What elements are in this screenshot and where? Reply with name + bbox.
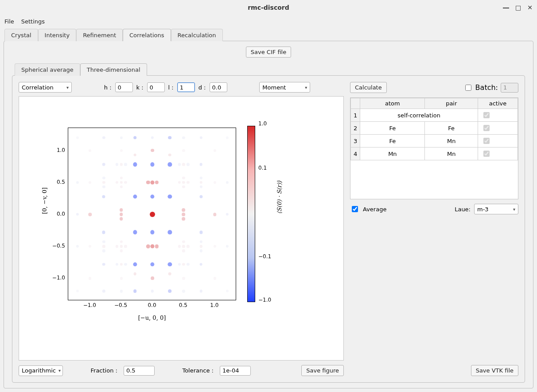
pair-table: atom pair active 1self-correlation2FeFe3…	[350, 97, 518, 199]
window-title: rmc-discord	[248, 4, 289, 11]
y-axis-label: [0, −v, 0]	[41, 187, 48, 214]
k-input[interactable]	[147, 82, 165, 92]
l-label: l :	[168, 84, 174, 91]
col-atom: atom	[360, 98, 425, 109]
d-input[interactable]	[210, 82, 227, 92]
plot-area: 1.00.1−0.1−1.0 ⟨S(0) · S(r)⟩ −1.0−0.50.0…	[19, 96, 344, 361]
fraction-input[interactable]	[124, 366, 155, 376]
table-row[interactable]: 1self-correlation	[351, 109, 518, 122]
chevron-down-icon: ▾	[513, 207, 515, 212]
table-row[interactable]: 4MnMn	[351, 147, 518, 160]
active-checkbox[interactable]	[483, 112, 490, 118]
tab-refinement[interactable]: Refinement	[76, 29, 123, 41]
chevron-down-icon: ▾	[66, 85, 69, 90]
laue-label: Laue:	[455, 206, 471, 213]
scale-combo[interactable]: Logarithmic ▾	[19, 365, 63, 376]
three-d-frame: Correlation ▾ h : k : l : d : Moment	[12, 75, 525, 383]
right-column: Calculate Batch: atom pair active	[350, 82, 518, 376]
correlation-combo[interactable]: Correlation ▾	[19, 82, 72, 93]
save-vtk-button[interactable]: Save VTK file	[471, 365, 518, 376]
tab-crystal[interactable]: Crystal	[4, 29, 38, 41]
active-checkbox[interactable]	[483, 125, 490, 131]
minimize-icon[interactable]: ―	[503, 4, 509, 11]
h-input[interactable]	[115, 82, 133, 92]
sub-tabs: Spherical average Three-dimensional	[12, 63, 525, 75]
batch-input	[501, 83, 518, 93]
average-checkbox[interactable]	[352, 206, 358, 212]
chevron-down-icon: ▾	[305, 85, 307, 90]
batch-label: Batch:	[475, 83, 498, 92]
menu-file[interactable]: File	[4, 18, 14, 25]
tab-correlations[interactable]: Correlations	[123, 29, 171, 41]
moment-combo[interactable]: Moment ▾	[259, 82, 310, 93]
menubar: File Settings	[0, 15, 537, 27]
save-figure-button[interactable]: Save figure	[301, 365, 344, 376]
active-checkbox[interactable]	[483, 151, 490, 157]
colorbar-ticks: 1.00.1−0.1−1.0	[258, 123, 280, 305]
calculate-button[interactable]: Calculate	[350, 82, 387, 93]
tab-recalculation[interactable]: Recalculation	[171, 29, 223, 41]
laue-combo[interactable]: m-3 ▾	[474, 204, 518, 214]
scale-combo-label: Logarithmic	[22, 367, 56, 374]
colorbar	[247, 126, 255, 302]
window: rmc-discord ― □ ✕ File Settings Crystal …	[0, 0, 537, 392]
menu-settings[interactable]: Settings	[21, 18, 45, 25]
subtab-spherical[interactable]: Spherical average	[15, 63, 80, 76]
table-row[interactable]: 3FeMn	[351, 135, 518, 147]
tolerance-input[interactable]	[220, 366, 251, 376]
y-axis-ticks: −1.0−0.50.00.51.0	[48, 123, 68, 305]
batch-checkbox[interactable]	[465, 85, 471, 91]
h-label: h :	[104, 84, 112, 91]
titlebar: rmc-discord ― □ ✕	[0, 0, 537, 15]
chart-axes	[68, 128, 236, 300]
k-label: k :	[136, 84, 144, 91]
d-label: d :	[198, 84, 206, 91]
table-row[interactable]: 2FeFe	[351, 122, 518, 135]
l-input[interactable]	[177, 82, 195, 92]
close-icon[interactable]: ✕	[527, 4, 533, 11]
colorbar-label: ⟨S(0) · S(r)⟩	[276, 181, 283, 214]
subtab-3d[interactable]: Three-dimensional	[80, 63, 147, 76]
col-active: active	[478, 98, 518, 109]
laue-combo-label: m-3	[477, 206, 489, 213]
fraction-label: Fraction :	[91, 367, 117, 374]
correlations-panel: Save CIF file Spherical average Three-di…	[4, 41, 533, 388]
tolerance-label: Tolerance :	[182, 367, 214, 374]
x-axis-ticks: −1.0−0.50.00.51.0	[68, 302, 236, 311]
maximize-icon[interactable]: □	[515, 4, 521, 11]
average-label: Average	[363, 206, 386, 213]
save-cif-button[interactable]: Save CIF file	[246, 47, 291, 58]
chevron-down-icon: ▾	[58, 368, 61, 373]
active-checkbox[interactable]	[483, 138, 490, 144]
tab-intensity[interactable]: Intensity	[38, 29, 77, 41]
col-pair: pair	[425, 98, 478, 109]
correlation-combo-label: Correlation	[22, 84, 54, 91]
moment-combo-label: Moment	[262, 84, 286, 91]
left-column: Correlation ▾ h : k : l : d : Moment	[19, 82, 344, 376]
x-axis-label: [−u, 0, 0]	[138, 314, 166, 321]
window-controls: ― □ ✕	[503, 0, 533, 15]
main-tabs: Crystal Intensity Refinement Correlation…	[0, 27, 537, 41]
